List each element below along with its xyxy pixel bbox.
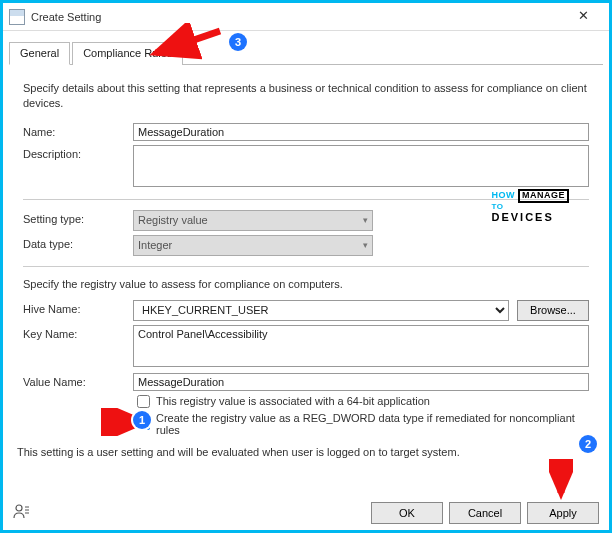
tab-general[interactable]: General bbox=[9, 42, 70, 65]
separator bbox=[23, 266, 589, 267]
annotation-arrow-2 bbox=[549, 459, 573, 501]
check-64bit-label: This registry value is associated with a… bbox=[156, 395, 430, 407]
setting-type-label: Setting type: bbox=[23, 210, 133, 225]
apply-button[interactable]: Apply bbox=[527, 502, 599, 524]
button-bar: OK Cancel Apply bbox=[371, 502, 599, 524]
tab-content-general: Specify details about this setting that … bbox=[3, 65, 609, 436]
intro-text: Specify details about this setting that … bbox=[23, 81, 589, 111]
svg-line-3 bbox=[156, 31, 220, 53]
setting-type-select: Registry value bbox=[133, 210, 373, 231]
tab-strip: General Compliance Rules bbox=[9, 41, 603, 65]
watermark-logo: HOW MANAGE TO DEVICES bbox=[491, 189, 569, 224]
annotation-badge-1: 1 bbox=[133, 411, 151, 429]
annotation-arrow-3 bbox=[148, 23, 228, 61]
value-label: Value Name: bbox=[23, 373, 133, 388]
footer-note: This setting is a user setting and will … bbox=[17, 446, 595, 458]
svg-point-0 bbox=[16, 505, 22, 511]
key-label: Key Name: bbox=[23, 325, 133, 340]
hive-label: Hive Name: bbox=[23, 300, 133, 315]
check-reg-dword-label: Create the registry value as a REG_DWORD… bbox=[156, 412, 589, 436]
cancel-button[interactable]: Cancel bbox=[449, 502, 521, 524]
user-icon bbox=[13, 503, 31, 522]
annotation-badge-3: 3 bbox=[229, 33, 247, 51]
data-type-label: Data type: bbox=[23, 235, 133, 250]
name-label: Name: bbox=[23, 123, 133, 138]
close-button[interactable]: ✕ bbox=[563, 5, 603, 29]
titlebar: Create Setting ✕ bbox=[3, 3, 609, 31]
description-textarea[interactable] bbox=[133, 145, 589, 187]
annotation-badge-2: 2 bbox=[579, 435, 597, 453]
key-textarea[interactable] bbox=[133, 325, 589, 367]
value-input[interactable] bbox=[133, 373, 589, 391]
ok-button[interactable]: OK bbox=[371, 502, 443, 524]
name-input[interactable] bbox=[133, 123, 589, 141]
check-64bit[interactable] bbox=[137, 395, 150, 408]
data-type-select: Integer bbox=[133, 235, 373, 256]
window-title: Create Setting bbox=[31, 11, 563, 23]
description-label: Description: bbox=[23, 145, 133, 160]
browse-button[interactable]: Browse... bbox=[517, 300, 589, 321]
registry-intro: Specify the registry value to assess for… bbox=[23, 277, 589, 292]
app-icon bbox=[9, 9, 25, 25]
hive-select[interactable]: HKEY_CURRENT_USER bbox=[133, 300, 509, 321]
